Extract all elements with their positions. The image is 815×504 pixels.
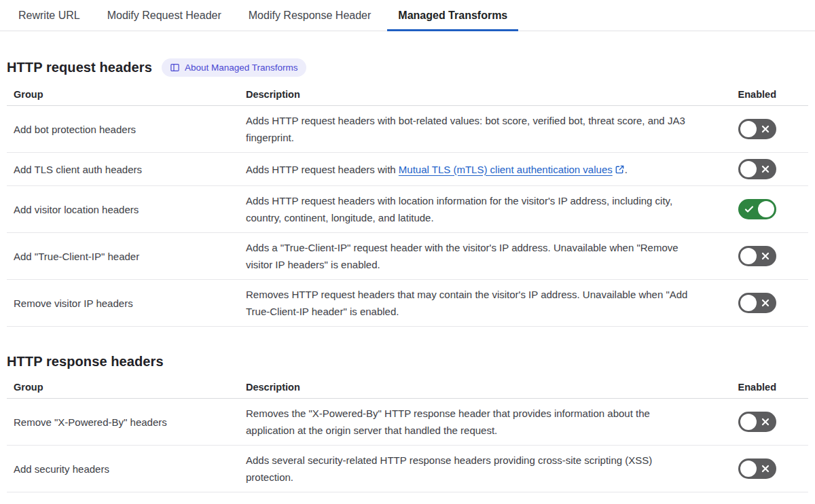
toggle-add-visitor-location-headers[interactable]: [738, 199, 776, 219]
request-section-header: HTTP request headers About Managed Trans…: [7, 58, 808, 77]
description-text: .: [625, 164, 628, 175]
request-section-title: HTTP request headers: [7, 60, 152, 75]
column-header-enabled: Enabled: [713, 84, 808, 106]
x-icon: [761, 417, 770, 427]
description-cell: Removes HTTP request headers that may co…: [246, 280, 713, 327]
x-icon: [761, 124, 770, 134]
toggle-remove-visitor-ip-headers[interactable]: [738, 293, 776, 313]
book-icon: [170, 62, 180, 73]
toggle-cell: [713, 280, 808, 327]
table-row: Add visitor location headers Adds HTTP r…: [7, 186, 808, 233]
toggle-cell: [713, 106, 808, 153]
description-cell: Removes the "X-Powered-By" HTTP response…: [246, 399, 713, 446]
toggle-cell: [713, 233, 808, 280]
toggle-cell: [713, 399, 808, 446]
x-icon: [761, 298, 770, 308]
tab-bar: Rewrite URL Modify Request Header Modify…: [0, 0, 815, 31]
x-icon: [761, 464, 770, 473]
toggle-knob: [740, 295, 757, 311]
table-row: Add security headers Adds several securi…: [7, 446, 808, 492]
group-cell: Add "True-Client-IP" header: [7, 233, 246, 280]
response-section-header: HTTP response headers: [7, 354, 808, 370]
toggle-cell: [713, 153, 808, 186]
tab-modify-response-header[interactable]: Modify Response Header: [238, 0, 382, 31]
description-cell: Adds HTTP request headers with location …: [246, 186, 713, 233]
table-row: Add TLS client auth headers Adds HTTP re…: [7, 153, 808, 186]
description-cell: Adds HTTP request headers with Mutual TL…: [246, 153, 713, 186]
group-cell: Add bot protection headers: [7, 106, 246, 153]
toggle-add-true-client-ip-header[interactable]: [738, 246, 776, 266]
toggle-add-security-headers[interactable]: [738, 458, 776, 479]
column-header-description: Description: [246, 84, 713, 106]
mtls-values-link[interactable]: Mutual TLS (mTLS) client authentication …: [399, 164, 625, 175]
table-row: Remove visitor IP headers Removes HTTP r…: [7, 280, 808, 327]
group-cell: Add visitor location headers: [7, 186, 246, 233]
request-headers-table: Group Description Enabled Add bot protec…: [7, 84, 808, 327]
about-managed-transforms-badge[interactable]: About Managed Transforms: [162, 58, 306, 77]
toggle-knob: [740, 161, 757, 177]
group-cell: Remove visitor IP headers: [7, 280, 246, 327]
toggle-knob: [740, 121, 757, 137]
column-header-description: Description: [246, 376, 713, 399]
tab-managed-transforms[interactable]: Managed Transforms: [387, 0, 518, 31]
group-cell: Remove "X-Powered-By" headers: [7, 399, 246, 446]
about-badge-label: About Managed Transforms: [185, 63, 298, 73]
group-cell: Add security headers: [7, 446, 246, 492]
tab-rewrite-url[interactable]: Rewrite URL: [7, 0, 91, 31]
toggle-cell: [713, 446, 808, 492]
toggle-add-tls-client-auth-headers[interactable]: [738, 159, 776, 179]
toggle-add-bot-protection-headers[interactable]: [738, 119, 776, 139]
group-cell: Add TLS client auth headers: [7, 153, 246, 186]
tab-modify-request-header[interactable]: Modify Request Header: [96, 0, 232, 31]
toggle-knob: [740, 414, 757, 430]
response-section-title: HTTP response headers: [7, 354, 164, 370]
x-icon: [761, 164, 770, 174]
toggle-knob: [740, 248, 757, 264]
external-link-icon: [613, 164, 625, 175]
managed-transforms-panel: HTTP request headers About Managed Trans…: [0, 58, 815, 492]
check-icon: [744, 204, 754, 214]
column-header-enabled: Enabled: [713, 376, 808, 399]
table-row: Add "True-Client-IP" header Adds a "True…: [7, 233, 808, 280]
toggle-knob: [758, 201, 774, 217]
table-row: Add bot protection headers Adds HTTP req…: [7, 106, 808, 153]
toggle-cell: [713, 186, 808, 233]
description-cell: Adds a "True-Client-IP" request header w…: [246, 233, 713, 280]
toggle-knob: [740, 461, 757, 477]
description-text: Adds HTTP request headers with: [246, 164, 399, 175]
description-cell: Adds several security-related HTTP respo…: [246, 446, 713, 492]
column-header-group: Group: [7, 84, 246, 106]
table-row: Remove "X-Powered-By" headers Removes th…: [7, 399, 808, 446]
description-cell: Adds HTTP request headers with bot-relat…: [246, 106, 713, 153]
column-header-group: Group: [7, 376, 246, 399]
response-headers-table: Group Description Enabled Remove "X-Powe…: [7, 376, 808, 492]
toggle-remove-x-powered-by-headers[interactable]: [738, 412, 776, 432]
x-icon: [761, 251, 770, 261]
